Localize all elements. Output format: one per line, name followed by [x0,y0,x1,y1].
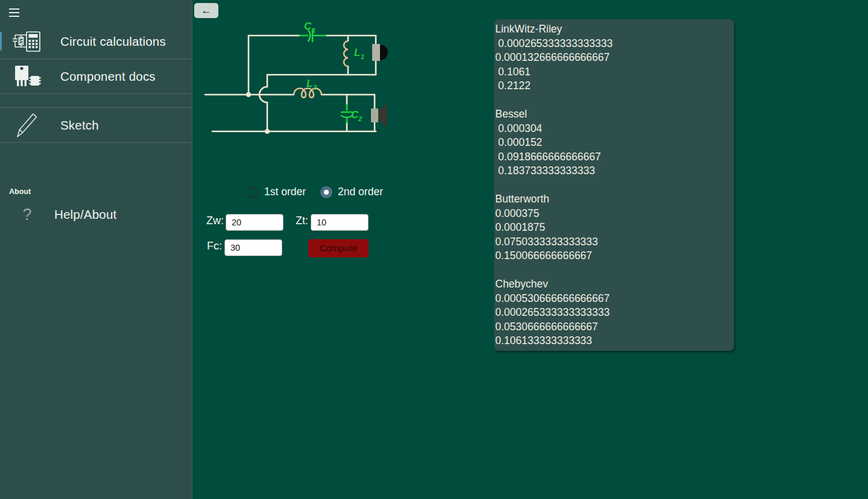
label-c2-sub: 2 [358,115,362,122]
section-title: Butterworth [495,192,730,207]
section-title: LinkWitz-Riley [495,22,730,37]
radio-label: 2nd order [338,186,383,198]
result-value: 0.000132666666666667 [495,51,730,65]
result-value: 0.0750333333333333 [495,235,730,250]
result-value: 0.000265333333333333 [495,306,730,320]
zt-input[interactable] [311,214,369,231]
result-value: 0.0918666666666667 [495,150,730,165]
tweeter-speaker [372,44,388,61]
question-mark-icon: ? [0,206,46,224]
sidebar-item-label: Circuit calculations [60,34,166,49]
label-l2: L [306,78,312,89]
section-title: Bessel [495,107,730,122]
result-value: 0.106133333333333 [495,334,730,348]
results-section-butterworth: Butterworth 0.000375 0.0001875 0.0750333… [495,192,730,263]
result-value: 0.000375 [495,207,730,221]
pencil-icon [0,112,46,139]
sidebar-item-label: Component docs [60,69,156,84]
sidebar-item-label: Sketch [60,118,99,133]
label-c1-sub: 1 [312,27,315,34]
result-value: 0.000152 [495,136,730,150]
sidebar-item-sketch[interactable]: Sketch [0,108,192,143]
sidebar-item-component-docs[interactable]: Component docs [0,59,192,94]
sidebar-item-circuit-calculations[interactable]: Circuit calculations [0,24,192,59]
result-value: 0.150066666666667 [495,249,730,263]
filter-order-radio-group: 1st order 2nd order [247,186,383,198]
results-section-linkwitz-riley: LinkWitz-Riley 0.000265333333333333 0.00… [495,22,730,93]
selection-indicator [0,32,2,51]
results-section-chebychev: Chebychev 0.000530666666666667 0.0002653… [495,277,730,348]
radio-2nd-order[interactable]: 2nd order [320,186,383,198]
radio-1st-order[interactable]: 1st order [247,186,306,198]
zw-label: Zw: [203,215,224,227]
sidebar: Circuit calculations [0,0,192,499]
woofer-speaker [371,104,387,127]
junction-dot [246,92,251,97]
inductor-l2-symbol [294,89,322,98]
zw-input[interactable] [226,214,284,231]
result-value: 0.000304 [495,122,730,136]
section-title: Chebychev [495,277,730,292]
circuit-calculator-icon [0,29,46,54]
app-window: { "sidebar": { "items": [ { "label": "Ci… [0,0,868,499]
radio-circle-icon [320,186,332,198]
hamburger-menu-icon[interactable] [9,8,19,17]
sidebar-nav: Circuit calculations [0,24,192,143]
radio-label: 1st order [264,186,306,198]
results-panel[interactable]: LinkWitz-Riley 0.000265333333333333 0.00… [494,19,734,351]
result-value: 0.2122 [495,79,730,93]
sidebar-item-help-about[interactable]: ? Help/About [0,199,192,230]
compute-button[interactable]: Compute [308,239,369,257]
result-value: 0.000530666666666667 [495,292,730,306]
result-value: 0.0001875 [495,221,730,235]
sidebar-item-label: Help/About [54,207,116,222]
radio-circle-icon [247,186,259,198]
transistor-chip-icon [0,64,46,89]
label-c1: C [304,20,312,32]
nav-separator [0,94,192,108]
main-content: ← [192,0,868,499]
label-l2-sub: 2 [312,84,317,91]
result-value: 0.183733333333333 [495,164,730,178]
crossover-circuit-diagram: C 1 L 1 L 2 C 2 [199,15,398,139]
fc-input[interactable] [224,239,282,256]
results-section-bessel: Bessel 0.000304 0.000152 0.0918666666666… [495,107,730,178]
junction-dot [265,129,270,134]
fc-label: Fc: [203,240,222,253]
inductor-l1-symbol [344,41,348,66]
label-l1: L [354,47,360,58]
result-value: 0.000265333333333333 [495,37,730,51]
result-value: 0.0530666666666667 [495,320,730,334]
about-section-label: About [9,187,31,196]
result-value: 0.1061 [495,65,730,80]
label-l1-sub: 1 [361,53,364,60]
zt-label: Zt: [291,215,308,227]
